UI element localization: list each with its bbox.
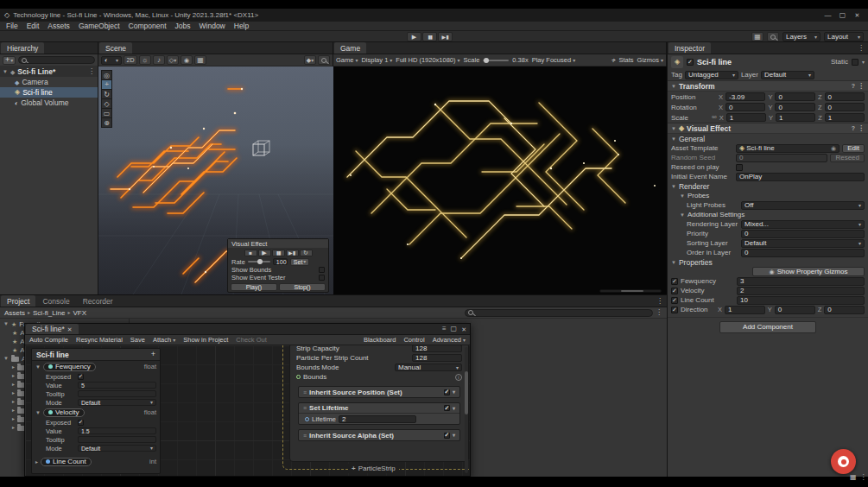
value-field[interactable]: 1.5 xyxy=(78,427,156,434)
blackboard-toggle[interactable]: Blackboard xyxy=(364,336,396,344)
direction-y-field[interactable]: 0 xyxy=(775,306,815,314)
mode-dropdown[interactable]: Default xyxy=(78,445,156,452)
bounds-mode-dropdown[interactable]: Manual xyxy=(395,364,462,371)
visibility-toggle[interactable] xyxy=(181,55,193,65)
show-in-project-button[interactable]: Show in Project xyxy=(183,336,228,344)
vfx-play-button[interactable] xyxy=(258,250,271,256)
scene-options-icon[interactable] xyxy=(88,68,95,75)
lifetime-field[interactable]: 2 xyxy=(339,415,416,423)
rate-slider[interactable] xyxy=(248,261,270,262)
services-button[interactable] xyxy=(751,32,763,41)
check-out-button[interactable]: Check Out xyxy=(236,336,266,344)
input-port[interactable] xyxy=(296,375,301,379)
game-hscrollbar[interactable] xyxy=(599,289,662,293)
tab-inspector[interactable]: Inspector xyxy=(668,42,711,54)
mute-audio-icon[interactable] xyxy=(611,57,615,64)
rotation-z-field[interactable]: 0 xyxy=(825,103,865,111)
block-enabled-checkbox[interactable] xyxy=(444,405,450,411)
set-rate-button[interactable]: Set xyxy=(290,258,310,266)
exposed-checkbox[interactable] xyxy=(78,420,84,426)
overlay-header[interactable]: Visual Effect xyxy=(228,239,328,248)
additional-settings-foldout[interactable]: Additional Settings xyxy=(668,210,868,219)
reseed-button[interactable]: Reseed xyxy=(830,154,865,162)
tag-dropdown[interactable]: Untagged xyxy=(685,71,738,79)
tooltip-field[interactable] xyxy=(78,436,156,443)
tab-scene[interactable]: Scene xyxy=(99,42,132,54)
foldout-open-icon[interactable] xyxy=(35,364,41,370)
window-maximize-icon[interactable] xyxy=(451,326,458,332)
vfx-pause-button[interactable] xyxy=(272,250,285,256)
tab-game[interactable]: Game xyxy=(334,42,366,54)
hierarchy-item-sci-fi-line[interactable]: Sci-fi line xyxy=(0,87,98,98)
show-tester-checkbox[interactable] xyxy=(319,275,325,281)
light-probes-dropdown[interactable]: Off xyxy=(741,201,865,210)
initial-event-field[interactable]: OnPlay xyxy=(736,173,865,181)
priority-field[interactable]: 0 xyxy=(741,230,865,238)
reseed-on-play-checkbox[interactable] xyxy=(736,164,743,171)
hierarchy-scene-row[interactable]: Sci-fi Line* xyxy=(0,66,98,77)
scale-z-field[interactable]: 1 xyxy=(825,113,865,122)
progress-icon[interactable] xyxy=(850,474,857,481)
notification-badge[interactable] xyxy=(831,449,856,474)
lighting-toggle[interactable] xyxy=(139,55,151,65)
advanced-dropdown[interactable]: Advanced xyxy=(433,336,466,344)
vfx-graph-canvas[interactable]: Sci-fi line Fewquency float Exposed Valu… xyxy=(25,345,470,476)
breadcrumb-subfolder[interactable]: VFX xyxy=(73,309,86,317)
override-checkbox[interactable] xyxy=(671,288,678,294)
layer-dropdown[interactable]: Default xyxy=(761,71,814,79)
override-checkbox[interactable] xyxy=(671,307,678,313)
object-enabled-checkbox[interactable] xyxy=(687,59,694,66)
play-focused-dropdown[interactable]: Play Focused xyxy=(532,56,575,64)
grid-dropdown[interactable] xyxy=(194,55,206,65)
display-dropdown[interactable]: Display 1 xyxy=(361,56,392,64)
project-search-input[interactable] xyxy=(465,309,653,317)
direction-x-field[interactable]: 1 xyxy=(725,306,765,314)
foldout-closed-icon[interactable] xyxy=(35,459,38,465)
visual-effect-header[interactable]: Visual Effect xyxy=(668,123,868,134)
add-parameter-icon[interactable] xyxy=(151,351,155,358)
status-more-icon[interactable] xyxy=(860,474,867,481)
menu-file[interactable]: File xyxy=(2,22,22,30)
add-component-button[interactable]: Add Component xyxy=(719,321,816,333)
game-mode-dropdown[interactable]: Game xyxy=(336,56,358,64)
hierarchy-item-camera[interactable]: Camera xyxy=(0,77,98,87)
initialize-context-node[interactable]: Strip Capacity 128 Particle Per Strip Co… xyxy=(289,345,469,462)
maximize-button[interactable] xyxy=(836,10,849,20)
tab-vfx-graph[interactable]: Sci-fi line* xyxy=(26,324,79,334)
help-icon[interactable] xyxy=(852,83,855,89)
exposed-checkbox[interactable] xyxy=(78,374,84,380)
block-set-lifetime[interactable]: Set Lifetime Lifetime 2 xyxy=(298,402,460,425)
block-inherit-source-position[interactable]: Inherit Source Position (Set) xyxy=(298,386,460,398)
vfx-restart-button[interactable] xyxy=(300,250,313,256)
resync-material-button[interactable]: Resync Material xyxy=(76,336,123,344)
audio-toggle[interactable] xyxy=(153,55,165,65)
probes-foldout[interactable]: Probes xyxy=(668,191,868,200)
vfx-vscrollbar[interactable] xyxy=(465,347,468,473)
step-mode-button[interactable] xyxy=(438,32,453,41)
stats-toggle[interactable]: Stats xyxy=(618,56,633,64)
foldout-open-icon[interactable] xyxy=(35,410,41,415)
particle-per-strip-field[interactable]: 128 xyxy=(412,354,462,362)
menu-edit[interactable]: Edit xyxy=(22,22,44,30)
transform-header[interactable]: Transform xyxy=(668,80,868,92)
gizmos-dropdown[interactable] xyxy=(304,55,316,65)
component-menu-icon[interactable] xyxy=(858,83,865,90)
static-dropdown-icon[interactable] xyxy=(862,60,865,65)
input-port[interactable] xyxy=(305,417,309,421)
link-scale-icon[interactable] xyxy=(712,114,717,121)
game-gizmos-dropdown[interactable]: Gizmos xyxy=(637,56,663,64)
help-icon[interactable] xyxy=(852,125,855,131)
rendering-layer-mask-dropdown[interactable]: Mixed... xyxy=(741,220,865,229)
order-in-layer-field[interactable]: 0 xyxy=(741,249,865,257)
show-bounds-checkbox[interactable] xyxy=(319,267,325,273)
position-x-field[interactable]: -3.09 xyxy=(725,92,765,101)
game-viewport[interactable] xyxy=(333,66,667,294)
hierarchy-create-button[interactable] xyxy=(3,56,16,65)
object-picker-icon[interactable] xyxy=(831,145,836,151)
show-property-gizmos-button[interactable]: Show Property Gizmos xyxy=(752,267,865,276)
override-checkbox[interactable] xyxy=(671,297,678,304)
random-seed-field[interactable]: 0 xyxy=(736,154,827,162)
param-pill[interactable]: Fewquency xyxy=(43,363,96,371)
close-tab-icon[interactable] xyxy=(67,326,73,332)
scale-y-field[interactable]: 1 xyxy=(776,113,815,122)
